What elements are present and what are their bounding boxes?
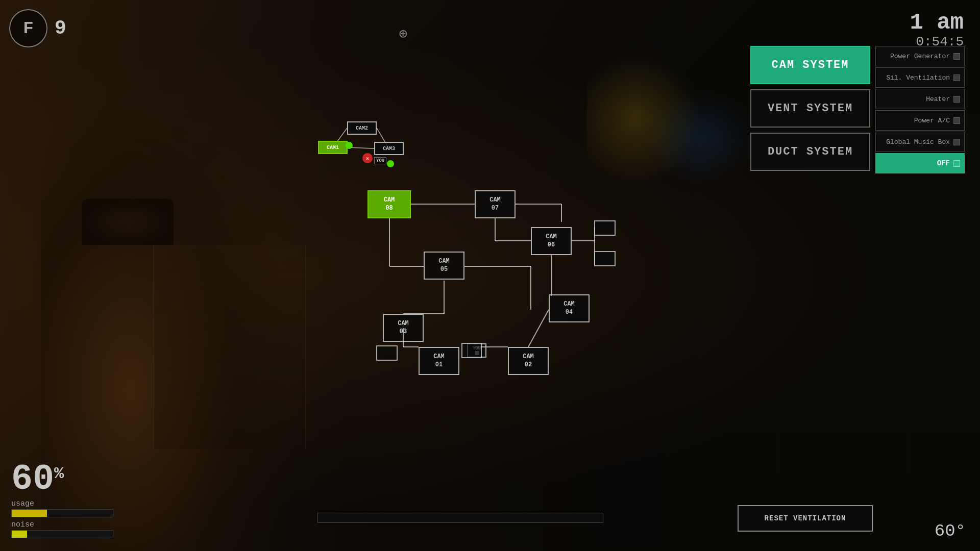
vent-system-button[interactable]: VENT SYSTEM xyxy=(750,89,870,128)
cam01-node[interactable]: CAM01 xyxy=(419,347,459,375)
cam-system-button[interactable]: CAM SYSTEM xyxy=(750,46,870,84)
cam08-node[interactable]: CAM08 xyxy=(368,190,411,218)
power-generator-btn[interactable]: Power Generator xyxy=(875,46,965,66)
duct-system-button[interactable]: DUCT SYSTEM xyxy=(750,133,870,171)
cam3-mini-node[interactable]: CAM3 xyxy=(374,142,404,155)
global-music-box-indicator xyxy=(953,139,960,145)
logo-area: F 9 xyxy=(9,9,66,47)
bottom-progress-bar xyxy=(317,513,603,523)
sil-ventilation-indicator xyxy=(953,74,960,81)
global-music-box-label: Global Music Box xyxy=(886,138,950,146)
power-ac-btn[interactable]: Power A/C xyxy=(875,110,965,131)
you-marker-mini: YOU xyxy=(374,157,386,164)
global-music-box-btn[interactable]: Global Music Box xyxy=(875,132,965,152)
cam03-node[interactable]: CAM03 xyxy=(383,314,424,342)
night-number: 9 xyxy=(55,17,66,39)
off-label: OFF xyxy=(937,159,950,167)
time-display: 1 am 0:54:5 xyxy=(910,11,964,51)
cam02-node[interactable]: CAM02 xyxy=(508,347,549,375)
power-ac-indicator xyxy=(953,117,960,124)
heater-label: Heater xyxy=(926,95,950,103)
cam07-node[interactable]: CAM07 xyxy=(475,190,516,218)
usage-bar-fill xyxy=(12,510,47,517)
noise-bar-container xyxy=(11,530,113,538)
reset-ventilation-button[interactable]: RESET VENTILATION xyxy=(738,505,873,532)
heater-indicator xyxy=(953,96,960,103)
sil-ventilation-btn[interactable]: Sil. Ventilation xyxy=(875,67,965,88)
usage-label: usage xyxy=(11,499,113,508)
off-btn[interactable]: OFF xyxy=(875,153,965,173)
power-generator-indicator xyxy=(953,53,960,60)
cam06-node[interactable]: CAM06 xyxy=(531,227,572,255)
logo-circle: F xyxy=(9,9,47,47)
x-marker: ✕ xyxy=(362,153,373,163)
green-dot-2 xyxy=(387,160,394,167)
you-marker-bottom: YOU xyxy=(467,343,486,358)
corridor-railing xyxy=(153,245,306,449)
power-generator-label: Power Generator xyxy=(890,53,950,60)
cam05-node[interactable]: CAM05 xyxy=(424,252,464,280)
stats-panel: 60% usage noise xyxy=(11,462,113,538)
heater-btn[interactable]: Heater xyxy=(875,89,965,109)
power-ac-label: Power A/C xyxy=(914,117,950,124)
svg-rect-20 xyxy=(377,346,397,360)
power-percentage: 60% xyxy=(11,462,113,497)
noise-label: noise xyxy=(11,520,113,529)
svg-rect-8 xyxy=(595,252,615,266)
cam1-mini-node[interactable]: CAM1 xyxy=(318,141,348,154)
off-indicator xyxy=(953,160,960,167)
usage-bar-container xyxy=(11,509,113,517)
svg-line-18 xyxy=(528,310,549,347)
cam04-node[interactable]: CAM04 xyxy=(549,294,590,322)
cam2-mini-node[interactable]: CAM2 xyxy=(347,121,377,135)
svg-rect-7 xyxy=(595,221,615,235)
time-hour: 1 am xyxy=(910,11,964,34)
sub-buttons-panel: Power Generator Sil. Ventilation Heater … xyxy=(875,46,965,173)
sil-ventilation-label: Sil. Ventilation xyxy=(886,74,950,82)
character-hat xyxy=(82,199,174,245)
green-dot-1 xyxy=(346,142,353,149)
noise-bar-fill xyxy=(12,531,27,538)
crosshair: ⊕ xyxy=(393,24,413,45)
temperature-display: 60° xyxy=(935,521,966,541)
